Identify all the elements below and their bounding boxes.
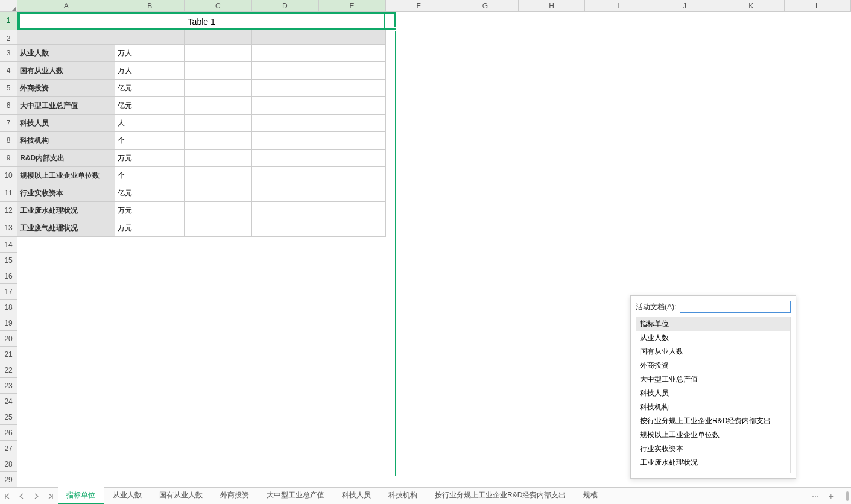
cell-F26[interactable] bbox=[386, 425, 452, 441]
cell-B20[interactable] bbox=[115, 331, 185, 347]
cell-E29[interactable] bbox=[318, 472, 385, 487]
cell-H19[interactable] bbox=[519, 315, 585, 331]
cell-G24[interactable] bbox=[452, 394, 519, 409]
cell-H15[interactable] bbox=[519, 253, 585, 268]
tab-nav-prev[interactable] bbox=[14, 488, 29, 505]
tab-add-button[interactable]: + bbox=[824, 491, 838, 501]
row-header-11[interactable]: 11 bbox=[0, 184, 17, 202]
cell-D22[interactable] bbox=[252, 362, 318, 378]
cell-G27[interactable] bbox=[452, 441, 519, 456]
cell-H17[interactable] bbox=[519, 284, 585, 300]
cell-C13[interactable] bbox=[185, 219, 252, 237]
cell-B18[interactable] bbox=[115, 300, 185, 315]
col-header-G[interactable]: G bbox=[452, 0, 519, 11]
cell-E26[interactable] bbox=[318, 425, 385, 441]
cell-E24[interactable] bbox=[318, 394, 385, 409]
cell-F17[interactable] bbox=[386, 284, 452, 300]
cell-J14[interactable] bbox=[651, 237, 718, 253]
cell-A24[interactable] bbox=[17, 394, 115, 409]
cell-C23[interactable] bbox=[185, 378, 252, 394]
cell-A16[interactable] bbox=[17, 268, 115, 284]
sheet-tab[interactable]: 国有从业人数 bbox=[151, 487, 212, 504]
cell-F29[interactable] bbox=[386, 472, 452, 487]
cell-E10[interactable] bbox=[318, 167, 385, 184]
cell-D23[interactable] bbox=[252, 378, 318, 394]
cell-F19[interactable] bbox=[386, 315, 452, 331]
cell-F27[interactable] bbox=[386, 441, 452, 456]
cell-D13[interactable] bbox=[252, 219, 318, 237]
document-list-item[interactable]: 按行业分规上工业企业R&D经费内部支出 bbox=[636, 414, 790, 428]
cell-D29[interactable] bbox=[252, 472, 318, 487]
cell-E19[interactable] bbox=[318, 315, 385, 331]
cell-F18[interactable] bbox=[386, 300, 452, 315]
cell-C18[interactable] bbox=[185, 300, 252, 315]
cell-D16[interactable] bbox=[252, 268, 318, 284]
cell-E28[interactable] bbox=[318, 456, 385, 472]
sheet-tab[interactable]: 科技人员 bbox=[334, 487, 380, 504]
cell-G28[interactable] bbox=[452, 456, 519, 472]
col-header-B[interactable]: B bbox=[115, 0, 185, 11]
cell-G17[interactable] bbox=[452, 284, 519, 300]
cell-D6[interactable] bbox=[252, 97, 318, 115]
cell-H21[interactable] bbox=[519, 347, 585, 362]
cell-A14[interactable] bbox=[17, 237, 115, 253]
cell-G25[interactable] bbox=[452, 409, 519, 425]
cell-G26[interactable] bbox=[452, 425, 519, 441]
cell-B9[interactable]: 万元 bbox=[115, 150, 185, 167]
cell-B7[interactable]: 人 bbox=[115, 115, 185, 132]
cell-A21[interactable] bbox=[17, 347, 115, 362]
tab-nav-first[interactable] bbox=[0, 488, 14, 505]
row-header-3[interactable]: 3 bbox=[0, 45, 17, 62]
sheet-tab[interactable]: 外商投资 bbox=[212, 487, 258, 504]
row-header-25[interactable]: 25 bbox=[0, 409, 17, 425]
cell-F15[interactable] bbox=[386, 253, 452, 268]
cell-E20[interactable] bbox=[318, 331, 385, 347]
cell-F14[interactable] bbox=[386, 237, 452, 253]
cell-G14[interactable] bbox=[452, 237, 519, 253]
cell-B25[interactable] bbox=[115, 409, 185, 425]
row-header-9[interactable]: 9 bbox=[0, 150, 17, 167]
cell-D15[interactable] bbox=[252, 253, 318, 268]
cell-C11[interactable] bbox=[185, 184, 252, 202]
row-header-1[interactable]: 1 bbox=[0, 12, 17, 30]
cell-C9[interactable] bbox=[185, 150, 252, 167]
cell-A3[interactable]: 从业人数 bbox=[17, 45, 115, 62]
cell-A18[interactable] bbox=[17, 300, 115, 315]
cell-D12[interactable] bbox=[252, 202, 318, 219]
row-header-6[interactable]: 6 bbox=[0, 97, 17, 115]
cell-B11[interactable]: 亿元 bbox=[115, 184, 185, 202]
tab-nav-next[interactable] bbox=[29, 488, 43, 505]
cell-F21[interactable] bbox=[386, 347, 452, 362]
col-header-F[interactable]: F bbox=[386, 0, 452, 11]
document-list-item[interactable]: 工业废气处理状况 bbox=[636, 470, 790, 473]
cell-C21[interactable] bbox=[185, 347, 252, 362]
document-list-item[interactable]: 指标单位 bbox=[636, 317, 790, 331]
row-header-15[interactable]: 15 bbox=[0, 253, 17, 268]
document-list-item[interactable]: 科技人员 bbox=[636, 386, 790, 400]
document-list-item[interactable]: 规模以上工业企业单位数 bbox=[636, 428, 790, 442]
cell-E15[interactable] bbox=[318, 253, 385, 268]
row-header-8[interactable]: 8 bbox=[0, 132, 17, 150]
cell-H23[interactable] bbox=[519, 378, 585, 394]
cell-D28[interactable] bbox=[252, 456, 318, 472]
cell-B8[interactable]: 个 bbox=[115, 132, 185, 150]
cell-K15[interactable] bbox=[718, 253, 785, 268]
cell-H14[interactable] bbox=[519, 237, 585, 253]
cell-C10[interactable] bbox=[185, 167, 252, 184]
cell-B29[interactable] bbox=[115, 472, 185, 487]
cell-B4[interactable]: 万人 bbox=[115, 62, 185, 80]
cell-C27[interactable] bbox=[185, 441, 252, 456]
cell-C22[interactable] bbox=[185, 362, 252, 378]
active-document-input[interactable] bbox=[680, 301, 791, 313]
row-header-18[interactable]: 18 bbox=[0, 300, 17, 315]
cell-A26[interactable] bbox=[17, 425, 115, 441]
cell-A20[interactable] bbox=[17, 331, 115, 347]
cell-A22[interactable] bbox=[17, 362, 115, 378]
cell-D4[interactable] bbox=[252, 62, 318, 80]
cell-E11[interactable] bbox=[318, 184, 385, 202]
cell-B23[interactable] bbox=[115, 378, 185, 394]
cell-A19[interactable] bbox=[17, 315, 115, 331]
cell-D5[interactable] bbox=[252, 80, 318, 97]
cell-H29[interactable] bbox=[519, 472, 585, 487]
select-all-corner[interactable] bbox=[0, 0, 17, 11]
